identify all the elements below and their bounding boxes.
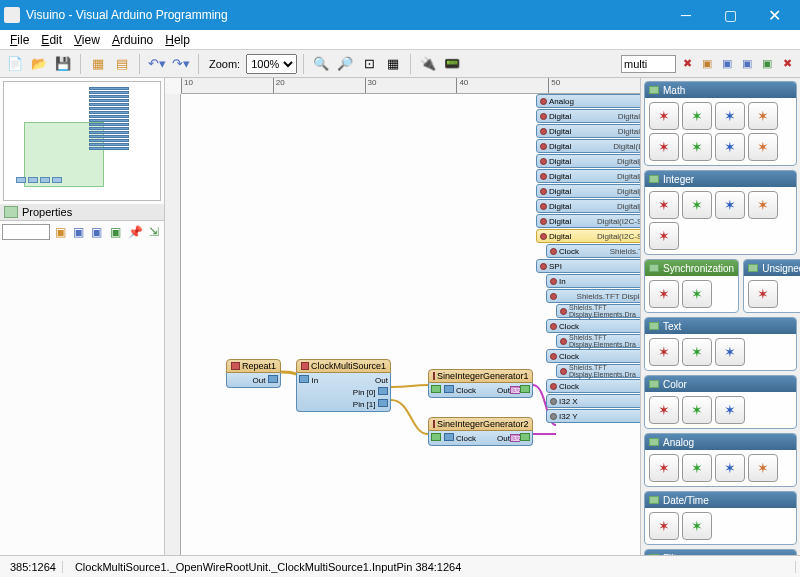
menu-arduino[interactable]: Arduino bbox=[106, 31, 159, 49]
arduino-pin-row[interactable]: I32 X bbox=[546, 394, 640, 408]
pulse-pin-icon[interactable] bbox=[444, 385, 454, 393]
arduino-pin-row[interactable]: DigitalDigital[ 1 bbox=[536, 154, 640, 168]
pulse-pin-icon[interactable] bbox=[299, 375, 309, 383]
prop-btn-4[interactable]: ▣ bbox=[107, 223, 123, 241]
component-search-input[interactable] bbox=[621, 55, 676, 73]
palette-item[interactable]: ✶ bbox=[682, 102, 712, 130]
arduino-pin-row[interactable]: In bbox=[546, 274, 640, 288]
connect-hw-button[interactable]: 🔌 bbox=[417, 53, 439, 75]
serial-button[interactable]: 📟 bbox=[441, 53, 463, 75]
palette-group-header[interactable]: Date/Time bbox=[645, 492, 796, 508]
palette-group-header[interactable]: Filters bbox=[645, 550, 796, 555]
palette-item[interactable]: ✶ bbox=[649, 102, 679, 130]
palette-item[interactable]: ✶ bbox=[649, 454, 679, 482]
palette-item[interactable]: ✶ bbox=[715, 396, 745, 424]
arduino-pin-row[interactable]: DigitalDigital(I2C-SD bbox=[536, 214, 640, 228]
pulse-pin-icon[interactable] bbox=[268, 375, 278, 383]
filter-button-1[interactable]: ▣ bbox=[698, 55, 716, 73]
palette-item[interactable]: ✶ bbox=[649, 191, 679, 219]
palette-item[interactable]: ✶ bbox=[649, 133, 679, 161]
minimize-button[interactable]: ─ bbox=[664, 0, 708, 30]
node-clockmultisource1[interactable]: ClockMultiSource1 InOut Pin [0] Pin [1] bbox=[296, 359, 391, 412]
zoom-fit-button[interactable]: ⊡ bbox=[358, 53, 380, 75]
overview-map[interactable] bbox=[3, 81, 161, 201]
component-palette[interactable]: Math✶✶✶✶✶✶✶✶Integer✶✶✶✶✶Synchronization✶… bbox=[640, 78, 800, 555]
prop-expand-button[interactable]: ⇲ bbox=[146, 223, 162, 241]
zoom-out-button[interactable]: 🔎 bbox=[334, 53, 356, 75]
palette-item[interactable]: ✶ bbox=[748, 454, 778, 482]
menu-file[interactable]: File bbox=[4, 31, 35, 49]
data-pin-icon[interactable] bbox=[431, 385, 441, 393]
arduino-pin-row[interactable]: Shields.TFT Display.Elements.Dra bbox=[556, 304, 640, 318]
arduino-pin-row[interactable]: Clock bbox=[546, 379, 640, 393]
i32-pin-icon[interactable]: I32 bbox=[510, 386, 520, 394]
arduino-pin-row[interactable]: DigitalDigital[ 1 bbox=[536, 199, 640, 213]
grid-button[interactable]: ▦ bbox=[382, 53, 404, 75]
i32-pin-icon[interactable]: I32 bbox=[510, 434, 520, 442]
palette-item[interactable]: ✶ bbox=[649, 222, 679, 250]
arduino-pin-row[interactable]: Shields.TFT Display.Elements.Dra bbox=[556, 334, 640, 348]
palette-item[interactable]: ✶ bbox=[682, 280, 712, 308]
palette-item[interactable]: ✶ bbox=[748, 280, 778, 308]
undo-button[interactable]: ↶▾ bbox=[146, 53, 168, 75]
palette-item[interactable]: ✶ bbox=[649, 512, 679, 540]
pulse-pin-icon[interactable] bbox=[378, 399, 388, 407]
palette-item[interactable]: ✶ bbox=[682, 454, 712, 482]
palette-item[interactable]: ✶ bbox=[748, 102, 778, 130]
palette-group-header[interactable]: Text bbox=[645, 318, 796, 334]
palette-item[interactable]: ✶ bbox=[649, 280, 679, 308]
layout-button-2[interactable]: ▤ bbox=[111, 53, 133, 75]
open-button[interactable]: 📂 bbox=[28, 53, 50, 75]
prop-btn-3[interactable]: ▣ bbox=[89, 223, 105, 241]
palette-group-header[interactable]: Analog bbox=[645, 434, 796, 450]
arduino-pin-row[interactable]: ClockShields.TF bbox=[546, 244, 640, 258]
palette-item[interactable]: ✶ bbox=[715, 191, 745, 219]
arduino-pin-row[interactable]: Shields.TFT Display bbox=[546, 289, 640, 303]
arduino-pin-row[interactable]: Clock bbox=[546, 319, 640, 333]
node-sineintegergenerator2[interactable]: SineIntegerGenerator2 ClockOutI32 bbox=[428, 417, 533, 446]
arduino-board-stack[interactable]: AnalogDigitalDigital(SDigitalDigital(SDi… bbox=[536, 94, 640, 424]
close-button[interactable]: ✕ bbox=[752, 0, 796, 30]
menu-view[interactable]: View bbox=[68, 31, 106, 49]
data-pin-icon[interactable] bbox=[520, 433, 530, 441]
prop-btn-2[interactable]: ▣ bbox=[70, 223, 86, 241]
arduino-pin-row[interactable]: Shields.TFT Display.Elements.Dra bbox=[556, 364, 640, 378]
arduino-pin-row[interactable]: Clock bbox=[546, 349, 640, 363]
palette-item[interactable]: ✶ bbox=[715, 454, 745, 482]
pulse-pin-icon[interactable] bbox=[378, 387, 388, 395]
arduino-pin-row[interactable]: I32 Y bbox=[546, 409, 640, 423]
close-palette-button[interactable]: ✖ bbox=[778, 55, 796, 73]
filter-clear-button[interactable]: ✖ bbox=[678, 55, 696, 73]
data-pin-icon[interactable] bbox=[431, 433, 441, 441]
palette-item[interactable]: ✶ bbox=[715, 338, 745, 366]
maximize-button[interactable]: ▢ bbox=[708, 0, 752, 30]
arduino-pin-row[interactable]: DigitalDigital(S bbox=[536, 109, 640, 123]
palette-item[interactable]: ✶ bbox=[715, 102, 745, 130]
arduino-pin-row[interactable]: Analog bbox=[536, 94, 640, 108]
filter-button-4[interactable]: ▣ bbox=[758, 55, 776, 73]
palette-item[interactable]: ✶ bbox=[748, 133, 778, 161]
filter-button-2[interactable]: ▣ bbox=[718, 55, 736, 73]
palette-item[interactable]: ✶ bbox=[715, 133, 745, 161]
palette-group-header[interactable]: Integer bbox=[645, 171, 796, 187]
properties-search-input[interactable] bbox=[2, 224, 50, 240]
prop-btn-1[interactable]: ▣ bbox=[52, 223, 68, 241]
arduino-pin-row[interactable]: DigitalDigital(LE bbox=[536, 139, 640, 153]
palette-item[interactable]: ✶ bbox=[682, 512, 712, 540]
palette-item[interactable]: ✶ bbox=[682, 396, 712, 424]
zoom-in-button[interactable]: 🔍 bbox=[310, 53, 332, 75]
menu-help[interactable]: Help bbox=[159, 31, 196, 49]
pulse-pin-icon[interactable] bbox=[444, 433, 454, 441]
palette-group-header[interactable]: Synchronization bbox=[645, 260, 738, 276]
data-pin-icon[interactable] bbox=[520, 385, 530, 393]
palette-item[interactable]: ✶ bbox=[649, 338, 679, 366]
layout-button-1[interactable]: ▦ bbox=[87, 53, 109, 75]
redo-button[interactable]: ↷▾ bbox=[170, 53, 192, 75]
node-repeat1[interactable]: Repeat1 Out bbox=[226, 359, 281, 388]
palette-group-header[interactable]: Color bbox=[645, 376, 796, 392]
palette-item[interactable]: ✶ bbox=[748, 191, 778, 219]
palette-item[interactable]: ✶ bbox=[682, 338, 712, 366]
design-canvas[interactable]: Repeat1 Out ClockMultiSource1 InOut Pin … bbox=[181, 94, 640, 555]
filter-button-3[interactable]: ▣ bbox=[738, 55, 756, 73]
arduino-pin-row[interactable]: DigitalDigital[ 1 bbox=[536, 169, 640, 183]
